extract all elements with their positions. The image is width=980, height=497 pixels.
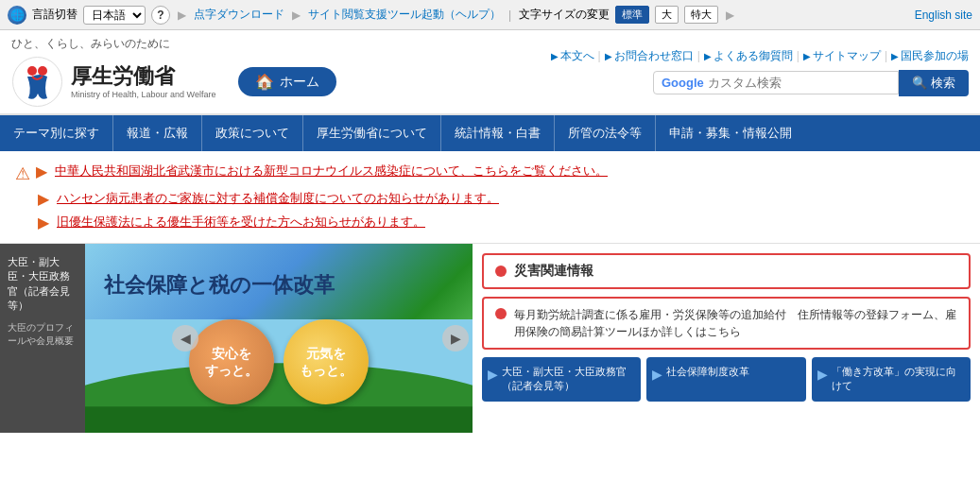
separator: ▶ [178, 9, 186, 22]
search-icon: 🔍 [912, 76, 927, 90]
accessibility-tool-link[interactable]: サイト閲覧支援ツール起動（ヘルプ） [308, 7, 501, 23]
font-standard-button[interactable]: 標準 [615, 6, 649, 24]
arrow-icon-btn3: ▶ [817, 366, 828, 385]
bottom-links: ▶ 大臣・副大臣・大臣政務官（記者会見等） ▶ 社会保障制度改革 ▶ 「働き方改… [482, 357, 971, 402]
slide-circles: 安心を すっと。 元気を もっと。 [189, 319, 369, 404]
search-input[interactable] [708, 76, 890, 90]
arrow-icon-1: ▶ [551, 51, 559, 61]
disaster-title: 災害関連情報 [514, 263, 593, 280]
font-xlarge-button[interactable]: 特大 [684, 6, 718, 24]
nav-item-laws[interactable]: 所管の法令等 [555, 115, 656, 151]
nav-item-statistics[interactable]: 統計情報・白書 [441, 115, 555, 151]
arrow-icon-btn2: ▶ [652, 366, 662, 385]
alert-link-3[interactable]: 旧優生保護法による優生手術等を受けた方へお知らせがあります。 [57, 214, 425, 231]
header-right: ▶ 本文へ | ▶ お問合わせ窓口 | ▶ よくある御質問 | ▶ サイトマップ… [551, 48, 970, 96]
nav-link-faq[interactable]: よくある御質問 [714, 48, 793, 64]
tagline: ひと、くらし、みらいのために [11, 36, 336, 52]
slide-sidebar: 大臣・副大臣・大臣政務官（記者会見等） 大臣のプロフィールや会見概要 [0, 244, 85, 433]
nav-link-main[interactable]: 本文へ [560, 48, 594, 64]
english-site-link[interactable]: English site [915, 9, 972, 22]
warning-icon: ⚠ [15, 163, 30, 184]
help-button[interactable]: ? [151, 6, 170, 25]
svg-point-1 [27, 66, 37, 76]
globe-icon: 🌐 [8, 6, 26, 25]
logo-area: 厚生労働省 Ministry of Health, Labour and Wel… [11, 56, 336, 108]
nav-item-about[interactable]: 厚生労働省について [303, 115, 441, 151]
slideshow-panel: 大臣・副大臣・大臣政務官（記者会見等） 大臣のプロフィールや会見概要 ◀ 社会保… [0, 244, 473, 433]
slide-content: ◀ 社会保障と税の一体改革 安心を すっと。 元気を もっと。 ▶ [85, 244, 473, 433]
alerts-section: ⚠ ▶ 中華人民共和国湖北省武漢市における新型コロナウイルス感染症について、こち… [0, 151, 980, 244]
language-select[interactable]: 日本語 [83, 6, 146, 25]
nav-link-sitemap[interactable]: サイトマップ [813, 48, 881, 64]
font-size-label: 文字サイズの変更 [519, 7, 610, 23]
alert-link-1[interactable]: 中華人民共和国湖北省武漢市における新型コロナウイルス感染症について、こちらをご覧… [55, 163, 608, 180]
bottom-link-label-3: 「働き方改革」の実現に向けて [832, 365, 965, 394]
slide-prev-button[interactable]: ◀ [172, 325, 198, 351]
bottom-link-btn-3[interactable]: ▶ 「働き方改革」の実現に向けて [812, 357, 971, 402]
top-bar: 🌐 言語切替 日本語 ? ▶ 点字ダウンロード ▶ サイト閲覧支援ツール起動（ヘ… [0, 0, 980, 30]
slide-next-button[interactable]: ▶ [442, 325, 469, 351]
alert-row-1: ⚠ ▶ 中華人民共和国湖北省武漢市における新型コロナウイルス感染症について、こち… [15, 163, 965, 184]
home-label: ホーム [280, 74, 319, 91]
bullet-3: ▶ [38, 214, 49, 231]
home-button[interactable]: 🏠 ホーム [238, 67, 336, 96]
separator3: | [508, 9, 511, 22]
slide-sidebar-title: 大臣・副大臣・大臣政務官（記者会見等） [8, 255, 77, 314]
bullet-1: ▶ [36, 163, 47, 180]
separator2: ▶ [292, 9, 301, 22]
right-panel: 災害関連情報 毎月勤労統計調査に係る雇用・労災保険等の追加給付 住所情報等の登録… [473, 244, 980, 433]
arrow-icon-5: ▶ [891, 51, 899, 61]
slide-sidebar-link: 大臣のプロフィールや会見概要 [8, 321, 77, 348]
circle-2: 元気を もっと。 [284, 319, 369, 404]
header: ひと、くらし、みらいのために 厚生労働省 Ministry of Health,… [0, 30, 980, 115]
header-nav-links: ▶ 本文へ | ▶ お問合わせ窓口 | ▶ よくある御質問 | ▶ サイトマップ… [551, 48, 970, 64]
nav-item-policy[interactable]: 政策について [202, 115, 303, 151]
font-large-button[interactable]: 大 [655, 6, 679, 24]
lang-switch-label: 言語切替 [32, 7, 77, 23]
search-label: 検索 [931, 75, 955, 92]
bottom-link-btn-1[interactable]: ▶ 大臣・副大臣・大臣政務官（記者会見等） [482, 357, 641, 402]
disaster-box[interactable]: 災害関連情報 [482, 253, 971, 289]
nav-item-applications[interactable]: 申請・募集・情報公開 [656, 115, 805, 151]
arrow-icon-4: ▶ [803, 51, 811, 61]
home-icon: 🏠 [255, 73, 274, 91]
bullet-2: ▶ [38, 190, 49, 208]
svg-point-2 [38, 66, 47, 76]
info-box[interactable]: 毎月勤労統計調査に係る雇用・労災保険等の追加給付 住所情報等の登録フォーム、雇用… [482, 297, 971, 350]
logo-text: 厚生労働省 [71, 64, 215, 89]
search-input-wrapper: Google [653, 71, 899, 94]
logo-sub: Ministry of Health, Labour and Welfare [71, 90, 215, 99]
arrow-icon-3: ▶ [704, 51, 712, 61]
bottom-section: 大臣・副大臣・大臣政務官（記者会見等） 大臣のプロフィールや会見概要 ◀ 社会保… [0, 244, 980, 433]
separator4: ▶ [726, 9, 734, 22]
header-left: ひと、くらし、みらいのために 厚生労働省 Ministry of Health,… [11, 36, 336, 108]
arrow-icon-2: ▶ [605, 51, 612, 61]
alert-row-2: ▶ ハンセン病元患者のご家族に対する補償金制度についてのお知らせがあります。 [15, 190, 965, 208]
bottom-link-label-1: 大臣・副大臣・大臣政務官（記者会見等） [502, 365, 635, 394]
info-dot [495, 308, 507, 319]
svg-rect-5 [85, 406, 473, 433]
nav-item-theme[interactable]: テーマ別に探す [0, 115, 113, 151]
braille-download-link[interactable]: 点字ダウンロード [194, 7, 284, 23]
nav-item-news[interactable]: 報道・広報 [113, 115, 202, 151]
nav-link-participation[interactable]: 国民参加の場 [901, 48, 969, 64]
bottom-link-label-2: 社会保障制度改革 [666, 365, 749, 379]
slide-main-text: 社会保障と税の一体改革 [104, 272, 335, 300]
main-navigation: テーマ別に探す 報道・広報 政策について 厚生労働省について 統計情報・白書 所… [0, 115, 980, 151]
search-button[interactable]: 🔍 検索 [899, 70, 969, 96]
google-logo: Google [662, 76, 704, 90]
alert-row-3: ▶ 旧優生保護法による優生手術等を受けた方へお知らせがあります。 [15, 214, 965, 231]
nav-link-contact[interactable]: お問合わせ窓口 [614, 48, 694, 64]
info-text: 毎月勤労統計調査に係る雇用・労災保険等の追加給付 住所情報等の登録フォーム、雇用… [514, 306, 957, 340]
disaster-dot [495, 266, 507, 277]
logo-emblem [11, 56, 63, 108]
circle-1: 安心を すっと。 [189, 319, 274, 404]
search-bar: Google 🔍 検索 [653, 70, 969, 96]
alert-link-2[interactable]: ハンセン病元患者のご家族に対する補償金制度についてのお知らせがあります。 [57, 190, 499, 207]
arrow-icon-btn1: ▶ [488, 366, 498, 385]
bottom-link-btn-2[interactable]: ▶ 社会保障制度改革 [646, 357, 805, 402]
